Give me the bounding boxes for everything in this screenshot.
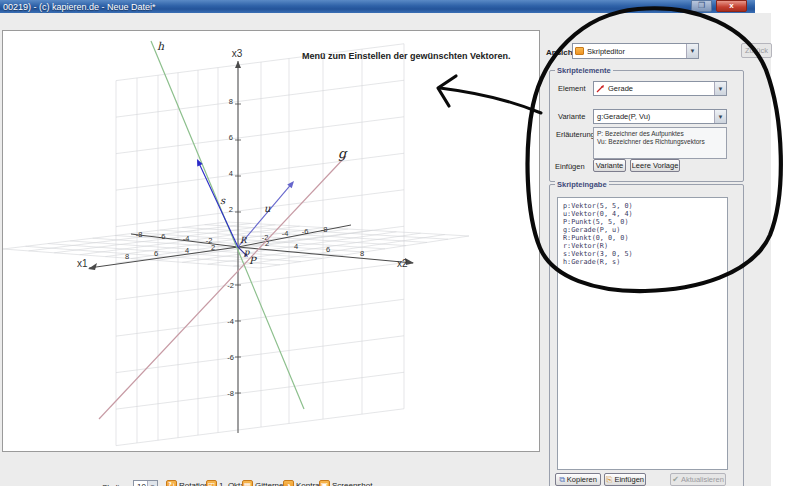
script-input-area[interactable]: p:Vektor(5, 5, 0)u:Vektor(0, 4, 4)P:Punk… [557,197,728,470]
object-label-P: P [249,255,257,266]
script-line: u:Vektor(0, 4, 4) [563,210,727,218]
skriptelemente-title: Skriptelemente [555,66,613,75]
axis-tick-label: -6 [227,353,234,362]
element-value: Gerade [605,84,714,93]
annotation-text: Menü zum Einstellen der gewünschten Vekt… [302,51,511,61]
axis-tick-label: 8 [360,249,364,258]
variante-dropdown[interactable]: g:Gerade(P, Vu) ▼ [593,109,727,124]
axis-tick-label: -4 [227,317,234,326]
einfuegen-label: Einfügen [614,475,644,484]
object-label-u: u [264,203,271,214]
chevron-down-icon: ▼ [714,110,726,123]
restore-window-button[interactable]: ❐ [691,0,712,12]
chevron-down-icon: ▼ [686,44,698,58]
object-label-R: R [240,235,247,245]
axis-tick-label: 6 [154,249,158,258]
skripteditor-icon [575,47,584,55]
axis-tick-label: 6 [229,133,233,142]
coordinate-system-scene: x3x1x28642-2-4-6-8-8-6-4-224688642-2-4-6… [3,31,541,453]
x2-axis-label: x2 [397,258,408,269]
gerade-icon [596,84,605,93]
script-line: R:Punkt(0, 0, 0) [563,234,727,242]
wall-grid-line [116,372,404,409]
leere-vorlage-button[interactable]: Leere Vorlage [630,159,680,172]
script-line: r:Vektor(R) [563,242,727,250]
element-dropdown[interactable]: Gerade ▼ [593,81,727,96]
axis-tick-label: 2 [229,205,233,214]
script-line: h:Gerade(R, s) [563,258,727,266]
script-line: p:Vektor(5, 5, 0) [563,202,727,210]
wall-grid-line [116,153,404,190]
rotation-button[interactable]: ↻Rotation [166,480,209,486]
x2-axis [131,234,413,263]
app-body: x3x1x28642-2-4-6-8-8-6-4-224688642-2-4-6… [0,13,771,486]
erlaeuterung-label: Erläuterung [556,130,595,139]
axis-tick-label: 4 [229,169,233,178]
wall-grid-line [116,117,404,154]
ansicht-dropdown[interactable]: Skripteditor ▼ [572,43,699,59]
title-bar[interactable]: 00219) - (c) kapieren.de - Neue Datei* [0,0,755,13]
skalierung-select[interactable]: 10 ▼ [133,480,158,486]
axis-tick-label: -8 [227,389,234,398]
axis-tick-label: 6 [326,245,330,254]
screenshot-button[interactable]: ▣Screenshot [319,480,372,486]
variante-button[interactable]: Variante [593,159,626,172]
script-line: s:Vektor(3, 0, 5) [563,250,727,258]
axis-tick-label: 4 [185,246,189,255]
3d-view-canvas[interactable]: x3x1x28642-2-4-6-8-8-6-4-224688642-2-4-6… [2,30,540,452]
window-title: 00219) - (c) kapieren.de - Neue Datei* [0,2,156,12]
einfuegen-button[interactable]: ⎘ Einfügen [604,473,646,486]
copy-icon: ⧉ [559,476,565,484]
aktualisieren-label: Aktualisieren [681,475,724,484]
ansicht-value: Skripteditor [584,47,686,56]
axis-tick-label: 8 [229,97,233,106]
variante-label: Variante [558,112,585,121]
toolbar-button-label: Screenshot [332,481,372,486]
chevron-down-icon: ▼ [714,82,726,95]
kopieren-button[interactable]: ⧉ Kopieren [555,473,601,486]
contrast-icon: ◑ [283,480,294,486]
axis-tick-label: -2 [227,281,234,290]
wall-grid-line [116,263,404,300]
axis-tick-label: -6 [302,227,309,236]
axis-tick-label: -8 [321,225,328,234]
screenshot-icon: ▣ [319,480,330,486]
kopieren-label: Kopieren [567,475,597,484]
einfuegen-label: Einfügen [555,162,585,171]
axis-tick-label: -4 [282,229,289,238]
toolbar-button-label: Rotation [179,481,209,486]
axis-tick-label: -2 [206,236,213,245]
variante-value: g:Gerade(P, Vu) [594,112,714,121]
x3-axis-label: x3 [232,48,243,59]
close-window-button[interactable]: x [716,0,747,12]
zurueck-button[interactable]: Zurück [741,43,772,58]
axis-tick-label: -4 [183,234,190,243]
erlaeuterung-line: P: Bezeichner des Aufpunktes [597,130,726,138]
element-label: Element [558,84,586,93]
object-label-h: h [157,40,165,53]
axis-tick-label: -8 [136,230,143,239]
wall-grid-line [116,80,404,117]
script-line: g:Gerade(P, u) [563,226,727,234]
paste-icon: ⎘ [606,476,612,484]
object-label-s: s [220,195,226,206]
skriptelemente-group: Skriptelemente Element Gerade ▼ Variante… [549,70,744,182]
rotation-icon: ↻ [166,480,177,486]
skripteingabe-group: Skripteingabe p:Vektor(5, 5, 0)u:Vektor(… [549,184,744,486]
axis-tick-label: 4 [294,242,298,251]
erlaeuterung-line: Vu: Bezeichner des Richtungsvektors [597,138,726,146]
grid-icon: ▦ [242,480,253,486]
axis-tick-label: -6 [159,232,166,241]
octant-icon: ◰ [206,480,217,486]
erlaeuterung-text: P: Bezeichner des AufpunktesVu: Bezeichn… [593,127,727,159]
script-line: P:Punkt(5, 5, 0) [563,218,727,226]
x1-axis-label: x1 [77,258,88,269]
check-icon: ✔ [672,476,679,484]
object-label-g: g [338,146,348,161]
right-panel: Ansicht: Skripteditor ▼ Zurück Skriptele… [543,26,771,486]
aktualisieren-button[interactable]: ✔ Aktualisieren [670,473,726,486]
chevron-down-icon: ▼ [147,481,157,486]
skripteingabe-title: Skripteingabe [555,180,609,189]
skalierung-value: 10 [134,482,147,486]
wall-grid-line [116,409,404,446]
